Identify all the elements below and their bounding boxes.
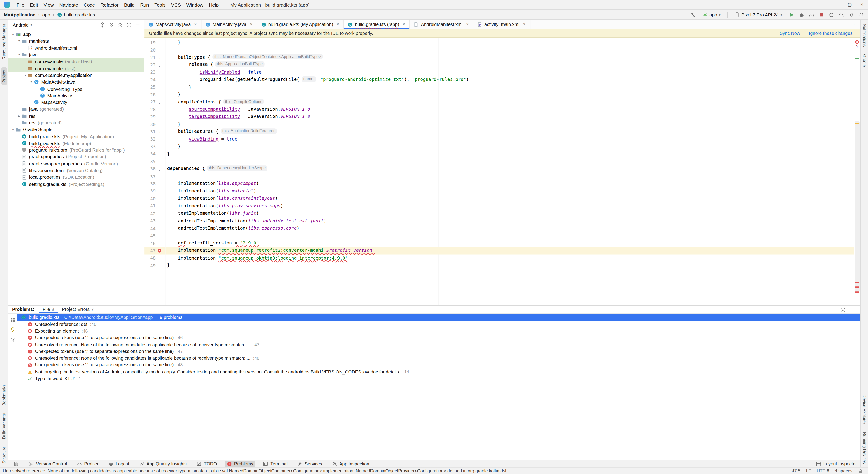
inspections-widget[interactable]: 9: [855, 40, 859, 49]
code-line-48[interactable]: implementation "com.squareup.okhttp3:log…: [165, 254, 854, 262]
expand-all-icon[interactable]: [108, 22, 114, 27]
editor-tab-build-gradle-kts-my-application[interactable]: Gbuild.gradle.kts (My Application)✕: [257, 20, 344, 29]
editor-code[interactable]: } buildTypes {this: NamedDomainObjectCon…: [165, 38, 854, 306]
tool-button-version-control[interactable]: Version Control: [27, 461, 69, 467]
editor-tab-build-gradle-kts-app[interactable]: Gbuild.gradle.kts (:app)✕: [344, 20, 410, 29]
tree-item-settings-gradle-kts-project-settings[interactable]: Gsettings.gradle.kts(Project Settings): [8, 181, 144, 188]
tool-stripe-structure[interactable]: Structure: [1, 447, 6, 464]
fold-arrow-icon[interactable]: ⌄: [156, 63, 163, 67]
tree-item-com-example-myapplication[interactable]: ▾com.example.myapplication: [8, 72, 144, 78]
device-selector[interactable]: Pixel 7 Pro API 24▾: [732, 11, 784, 19]
stop-icon[interactable]: [819, 12, 824, 18]
problem-item[interactable]: Unresolved reference: None of the follow…: [17, 341, 860, 348]
tool-button-app-inspection[interactable]: App Inspection: [330, 461, 371, 467]
sync-icon[interactable]: [829, 12, 834, 18]
fold-arrow-icon[interactable]: ⌄: [156, 130, 163, 133]
problems-tab-project-errors[interactable]: Project Errors7: [58, 306, 98, 313]
menu-item-run[interactable]: Run: [137, 2, 152, 7]
bug-icon[interactable]: [799, 12, 804, 18]
problem-item[interactable]: Unexpected tokens (use ';' to separate e…: [17, 362, 860, 369]
menu-item-edit[interactable]: Edit: [27, 2, 41, 7]
tree-item-proguard-rules-pro-proguard-rules-for-app[interactable]: proguard-rules.pro(ProGuard Rules for "a…: [8, 147, 144, 153]
code-line-26[interactable]: }: [165, 91, 854, 98]
menu-item-code[interactable]: Code: [81, 2, 98, 7]
problem-item[interactable]: Typo: In word 'KTIJ':1: [17, 375, 860, 382]
chevron-collapsed-icon[interactable]: ▸: [17, 114, 22, 118]
code-line-21[interactable]: buildTypes {this: NamedDomainObjectConta…: [165, 54, 854, 61]
tree-item-mainactivity-java[interactable]: ▾CMainActivity.java: [8, 78, 144, 86]
tabs-more-icon[interactable]: ⋮: [848, 20, 860, 29]
tree-item-build-gradle-kts-project-my-application[interactable]: Gbuild.gradle.kts(Project: My_Applicatio…: [8, 133, 144, 140]
problem-item[interactable]: Unexpected tokens (use ';' to separate e…: [17, 348, 860, 355]
menu-item-window[interactable]: Window: [184, 2, 206, 7]
code-line-34[interactable]: }: [165, 150, 854, 158]
tree-item-res-generated[interactable]: res(generated): [8, 120, 144, 126]
tool-stripe-running-devices[interactable]: Running Devices: [862, 432, 867, 464]
run-configuration-selector[interactable]: app▾: [700, 11, 723, 19]
code-line-36[interactable]: dependencies {this: DependencyHandlerSco…: [165, 165, 854, 172]
menu-item-navigate[interactable]: Navigate: [57, 2, 81, 7]
tree-item-gradle-scripts[interactable]: ▾Gradle Scripts: [8, 126, 144, 133]
settings-icon[interactable]: [848, 12, 854, 18]
tree-item-gradle-wrapper-properties-gradle-version[interactable]: gradle-wrapper.properties(Gradle Version…: [8, 160, 144, 167]
breadcrumb-app[interactable]: app: [42, 12, 50, 18]
code-line-20[interactable]: [165, 46, 854, 54]
search-icon[interactable]: [839, 12, 844, 18]
tree-item-mapsactivity[interactable]: CMapsActivity: [8, 99, 144, 106]
editor-scroll-annotations[interactable]: 9: [854, 38, 860, 306]
chevron-expanded-icon[interactable]: ▾: [11, 32, 16, 37]
code-line-47[interactable]: implementation "com.squareup.retrofit2:c…: [165, 247, 854, 254]
chevron-expanded-icon[interactable]: ▾: [29, 80, 34, 84]
close-tab-icon[interactable]: ✕: [336, 22, 339, 27]
menu-item-file[interactable]: File: [14, 2, 27, 7]
code-line-44[interactable]: androidTestImplementation(libs.espresso.…: [165, 225, 854, 232]
code-line-42[interactable]: testImplementation(libs.junit): [165, 210, 854, 217]
lock-icon[interactable]: [858, 468, 864, 474]
code-line-41[interactable]: implementation(libs.play.services.maps): [165, 202, 854, 210]
menu-item-tools[interactable]: Tools: [152, 2, 168, 7]
profiler-icon[interactable]: [809, 12, 814, 18]
chevron-expanded-icon[interactable]: ▾: [17, 39, 22, 43]
tool-stripe-gradle[interactable]: Gradle: [862, 55, 867, 67]
code-line-46[interactable]: def retrofit_version = "2.9.0": [165, 240, 854, 247]
breadcrumb-build-gradle-kts[interactable]: Gbuild.gradle.kts: [57, 12, 95, 18]
scrollbar-thumb[interactable]: [855, 121, 860, 292]
editor-tab-mapsactivity-java[interactable]: CMapsActivity.java✕: [145, 20, 202, 29]
problem-item[interactable]: Unexpected tokens (use ';' to separate e…: [17, 335, 860, 341]
problem-item[interactable]: Unresolved reference: def:46: [17, 321, 860, 327]
bulb-icon[interactable]: [10, 327, 16, 333]
code-line-33[interactable]: }: [165, 143, 854, 150]
code-line-28[interactable]: sourceCompatibility = JavaVersion.VERSIO…: [165, 106, 854, 113]
code-editor[interactable]: 192021⌄22⌄2324252627⌄28293031⌄3233343536…: [145, 38, 860, 306]
code-line-25[interactable]: }: [165, 83, 854, 91]
problems-file-row[interactable]: Gbuild.gradle.ktsC:¥Data¥AndroidStudio¥M…: [17, 314, 860, 321]
close-tab-icon[interactable]: ✕: [250, 22, 253, 27]
fold-arrow-icon[interactable]: ⌄: [156, 167, 163, 171]
filter-icon[interactable]: [10, 337, 16, 342]
code-line-39[interactable]: implementation(libs.material): [165, 188, 854, 195]
settings-icon[interactable]: [126, 22, 131, 27]
tool-button-terminal[interactable]: Terminal: [261, 461, 290, 467]
code-line-31[interactable]: buildFeatures {this: ApplicationBuildFea…: [165, 128, 854, 135]
tree-item-libs-versions-toml-version-catalog[interactable]: libs.versions.toml(Version Catalog): [8, 167, 144, 174]
chevron-expanded-icon[interactable]: ▾: [11, 127, 16, 132]
tree-item-local-properties-sdk-location[interactable]: local.properties(SDK Location): [8, 174, 144, 181]
close-tab-icon[interactable]: ✕: [466, 22, 469, 27]
file-encoding[interactable]: UTF-8: [817, 469, 829, 474]
hide-icon[interactable]: [850, 307, 856, 312]
problem-item[interactable]: Expecting an element:46: [17, 328, 860, 335]
settings-icon[interactable]: [840, 307, 846, 312]
problems-tab-file[interactable]: File9: [39, 306, 58, 313]
tool-stripe-bookmarks[interactable]: Bookmarks: [1, 384, 6, 406]
tree-item-app[interactable]: ▾app: [8, 31, 144, 38]
code-line-22[interactable]: release {this: ApplicationBuildType: [165, 61, 854, 68]
code-line-23[interactable]: isMinifyEnabled = false: [165, 68, 854, 76]
locate-file-icon[interactable]: [100, 22, 105, 27]
code-line-19[interactable]: }: [165, 39, 854, 46]
fold-arrow-icon[interactable]: ⌄: [156, 100, 163, 104]
tool-button-app-quality-insights[interactable]: App Quality Insights: [137, 461, 189, 467]
indent-style[interactable]: 4 spaces: [835, 469, 852, 474]
tree-item-manifests[interactable]: ▾manifests: [8, 38, 144, 44]
tree-item-java[interactable]: ▾java: [8, 51, 144, 58]
tree-item-androidmanifest-xml[interactable]: AndroidManifest.xml: [8, 44, 144, 51]
